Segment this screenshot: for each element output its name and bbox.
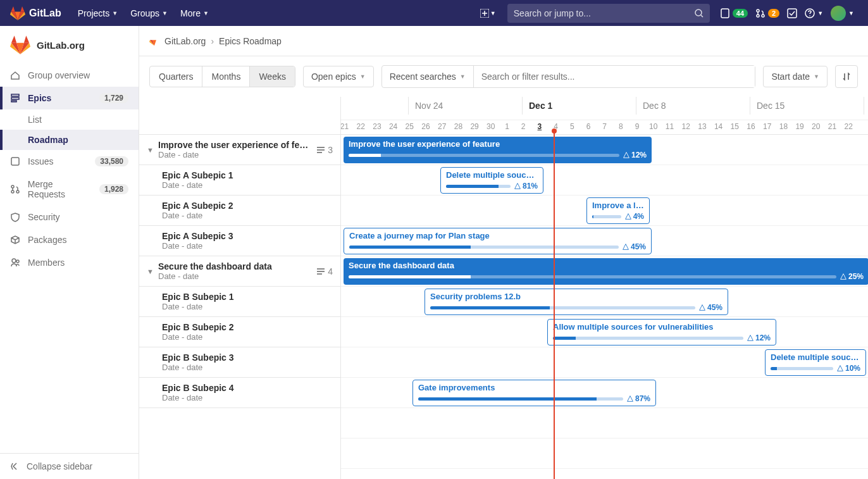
recent-searches[interactable]: Recent searches ▼ (382, 66, 474, 87)
week-header: Dec 8 (636, 97, 673, 115)
search-input[interactable] (514, 8, 695, 18)
gantt-row: Delete multiple souc…81% (341, 165, 868, 196)
gantt-row: Improve the user experience of feature12… (341, 135, 868, 165)
week-header: Dec 1 (522, 97, 559, 115)
svg-point-5 (762, 15, 764, 17)
plus-icon (480, 9, 489, 18)
seg-months[interactable]: Months (202, 66, 250, 87)
todos-check-button[interactable] (783, 6, 801, 21)
epic-row[interactable]: Epic B Subepic 3Date - date (139, 347, 340, 378)
progress-bar (430, 306, 695, 309)
nav-groups[interactable]: Groups▼ (125, 4, 173, 22)
merge-request-icon (755, 8, 766, 18)
epic-bar-title: Allow multiple sources for vulnerabiliti… (553, 322, 771, 332)
filter-bar: Recent searches ▼ (381, 65, 756, 88)
todos-button[interactable]: 44 (716, 6, 752, 21)
sidebar-item-packages[interactable]: Packages (0, 228, 139, 251)
sidebar-item-epics[interactable]: Epics 1,729 (0, 87, 139, 109)
caret-down-icon[interactable]: ▼ (147, 146, 158, 154)
epic-row[interactable]: ▼Improve the user experience of fe…Date … (139, 135, 340, 165)
epic-date: Date - date (162, 241, 333, 251)
epic-row[interactable]: Epic A Subepic 2Date - date (139, 196, 340, 226)
epic-title: Epic B Subepic 1 (162, 292, 333, 302)
epic-bar[interactable]: Create a journey map for Plan stage45% (344, 228, 652, 254)
day-header: 27 (434, 122, 450, 131)
main: GitLab.org › Epics Roadmap Quarters Mont… (139, 26, 868, 479)
progress-pct: 45% (699, 303, 722, 312)
nav-more[interactable]: More▼ (175, 4, 214, 22)
epic-row[interactable]: Epic A Subepic 3Date - date (139, 226, 340, 256)
epic-bar[interactable]: Security problems 12.b45% (425, 289, 728, 315)
epic-bar[interactable]: Improve a l…4% (586, 197, 650, 224)
chevron-down-icon: ▼ (162, 10, 168, 16)
sort-label: Start date (771, 72, 810, 82)
mr-button[interactable]: 2 (752, 6, 783, 21)
sort-dropdown[interactable]: Start date ▼ (763, 66, 828, 87)
chevron-down-icon: ▼ (490, 10, 496, 16)
open-epics-dropdown[interactable]: Open epics ▼ (303, 66, 374, 87)
progress-bar (592, 215, 621, 218)
seg-weeks[interactable]: Weeks (250, 66, 295, 87)
sidebar-item-overview[interactable]: Group overview (0, 64, 139, 87)
sidebar-item-issues[interactable]: Issues 33,580 (0, 150, 139, 173)
sidebar-sub-list[interactable]: List (0, 109, 139, 130)
gantt-row: Delete multiple souc…10% (341, 347, 868, 378)
epic-bar[interactable]: Gate improvements87% (412, 380, 656, 406)
epic-date: Date - date (158, 271, 316, 281)
epic-bar[interactable]: Delete multiple souc…81% (440, 167, 543, 194)
epic-bar[interactable]: Improve the user experience of feature12… (344, 137, 652, 163)
sidebar-sub-roadmap[interactable]: Roadmap (0, 130, 139, 150)
seg-quarters[interactable]: Quarters (150, 66, 202, 87)
sidebar-item-members[interactable]: Members (0, 251, 139, 274)
epic-bar[interactable]: Delete multiple souc…10% (765, 349, 866, 376)
epic-row[interactable]: ▼Secure the dashboard dataDate - date4 (139, 256, 340, 287)
sidebar: GitLab.org Group overview Epics 1,729 Li… (0, 26, 139, 479)
epic-child-count: 3 (316, 145, 333, 155)
svg-rect-20 (317, 152, 322, 153)
filter-input[interactable] (474, 66, 755, 87)
epic-date: Date - date (162, 363, 333, 372)
caret-down-icon[interactable]: ▼ (147, 268, 158, 275)
epic-bar[interactable]: Allow multiple sources for vulnerabiliti… (547, 319, 776, 345)
help-button[interactable]: ▼ (801, 6, 827, 21)
epic-row[interactable]: Epic B Subepic 2Date - date (139, 317, 340, 347)
timeline[interactable]: 7Nov 24Dec 1Dec 8Dec 15D 212223242526272… (341, 97, 868, 479)
plus-button[interactable]: ▼ (475, 5, 501, 22)
day-header: 17 (759, 122, 775, 131)
epic-child-count: 4 (316, 266, 333, 277)
user-menu[interactable]: ▼ (827, 3, 858, 23)
collapse-sidebar[interactable]: Collapse sidebar (0, 453, 139, 479)
day-header: 21 (824, 122, 840, 131)
day-header: 25 (402, 122, 418, 131)
epic-list: ▼Improve the user experience of fe…Date … (139, 97, 341, 479)
roadmap: ▼Improve the user experience of fe…Date … (139, 97, 868, 479)
epic-bar-title: Improve a l… (592, 201, 644, 210)
toolbar: Quarters Months Weeks Open epics ▼ Recen… (139, 56, 868, 97)
epic-row[interactable]: Epic B Subepic 1Date - date (139, 287, 340, 317)
breadcrumb-page: Epics Roadmap (219, 36, 282, 46)
sort-direction-button[interactable] (835, 65, 858, 88)
logo-text: GitLab (29, 8, 61, 19)
mr-badge: 2 (768, 9, 779, 18)
day-header: 13 (694, 122, 710, 131)
svg-rect-19 (317, 149, 325, 151)
group-header[interactable]: GitLab.org (0, 26, 139, 64)
epic-row[interactable]: Epic A Subepic 1Date - date (139, 165, 340, 196)
chevron-down-icon: ▼ (848, 10, 854, 16)
epic-bar[interactable]: Secure the dashboard data25% (344, 258, 868, 285)
gitlab-logo[interactable]: GitLab (10, 6, 61, 21)
sidebar-item-merge-requests[interactable]: Merge Requests 1,928 (0, 173, 139, 206)
nav-projects[interactable]: Projects▼ (73, 4, 123, 22)
global-search[interactable] (507, 4, 710, 23)
epic-row[interactable]: Epic B Subepic 4Date - date (139, 378, 340, 408)
epic-date: Date - date (162, 302, 333, 311)
sidebar-item-security[interactable]: Security (0, 206, 139, 228)
sidebar-item-label: Group overview (28, 70, 90, 80)
epic-date: Date - date (158, 150, 316, 159)
collapse-icon (10, 461, 20, 471)
breadcrumb-group[interactable]: GitLab.org (164, 36, 206, 46)
epic-title: Epic A Subepic 2 (162, 201, 333, 211)
day-header: 29 (467, 122, 483, 131)
collapse-label: Collapse sidebar (27, 461, 92, 471)
open-epics-label: Open epics (311, 72, 356, 82)
